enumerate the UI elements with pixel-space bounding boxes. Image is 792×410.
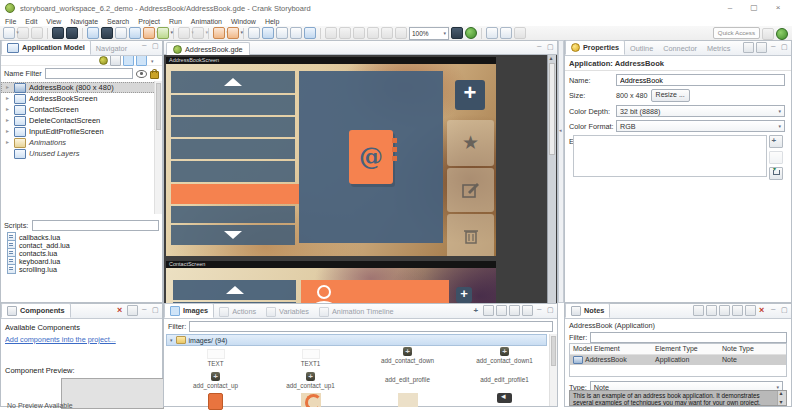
add-reference-button[interactable] xyxy=(769,135,783,148)
color-format-select[interactable]: RGB▾ xyxy=(616,120,785,132)
tree-item-addressbookscreen[interactable]: ▸ AddressBookScreen xyxy=(1,93,162,104)
col-model-element[interactable]: Model Element xyxy=(570,344,652,354)
zoom-level-select[interactable]: 100%▾ xyxy=(409,27,449,40)
list-row[interactable] xyxy=(171,161,295,182)
pan-icon[interactable] xyxy=(339,27,351,39)
image-item[interactable] xyxy=(360,393,455,407)
favorite-button[interactable] xyxy=(447,120,494,166)
menu-navigate[interactable]: Navigate xyxy=(70,18,98,25)
add-contact-button[interactable] xyxy=(455,80,485,110)
save-all-icon[interactable] xyxy=(31,27,43,39)
import-image-icon[interactable] xyxy=(483,305,494,316)
list-scroll-up-row[interactable] xyxy=(173,280,296,300)
tree-item-contactscreen[interactable]: ▸ ContactScreen xyxy=(1,104,162,115)
close-panel-icon[interactable] xyxy=(116,306,125,315)
menu-file[interactable]: File xyxy=(5,18,16,25)
list-row[interactable] xyxy=(171,95,295,115)
maximize-panel-icon[interactable] xyxy=(780,43,789,52)
perspective-icon[interactable] xyxy=(762,28,774,40)
device-portrait-icon[interactable] xyxy=(52,27,64,39)
tab-metrics[interactable]: Metrics xyxy=(702,42,736,55)
add-components-link[interactable]: Add components into the project... xyxy=(5,335,116,344)
menu-help[interactable]: Help xyxy=(265,18,279,25)
export-icon[interactable] xyxy=(276,27,288,39)
zoom-out-icon[interactable] xyxy=(395,27,407,39)
link-selection-icon[interactable] xyxy=(123,55,134,66)
addressbook-screen-design[interactable] xyxy=(166,64,496,256)
zoom-in-icon[interactable] xyxy=(381,27,393,39)
color-depth-select[interactable]: 32 bit (8888)▾ xyxy=(616,105,785,117)
list-row[interactable] xyxy=(171,139,295,159)
image-item[interactable]: TEXT1 xyxy=(263,349,358,367)
menu-animation[interactable]: Animation xyxy=(191,18,222,25)
name-filter-input[interactable] xyxy=(45,68,133,79)
col-note-type[interactable]: Note Type xyxy=(719,344,786,354)
notes-table-header[interactable]: Model Element Element Type Note Type xyxy=(570,344,786,355)
images-filter-input[interactable] xyxy=(189,321,553,332)
contact-header-bar[interactable] xyxy=(301,280,449,303)
film-icon[interactable] xyxy=(486,27,498,39)
list-scroll-down-row[interactable] xyxy=(171,225,295,245)
tab-components[interactable]: Components xyxy=(1,303,71,318)
minimize-panel-icon[interactable] xyxy=(140,42,149,51)
resize-button[interactable]: Resize ... xyxy=(651,89,690,102)
menu-window[interactable]: Window xyxy=(231,18,256,25)
new-layer-icon[interactable] xyxy=(101,27,113,39)
status-dot-icon[interactable] xyxy=(99,56,108,65)
record-icon[interactable] xyxy=(465,27,477,39)
copy-note-icon[interactable] xyxy=(719,305,730,316)
image-item[interactable]: add_edit_profile1 xyxy=(457,375,552,383)
view-menu-icon[interactable] xyxy=(149,56,158,65)
storyboard-perspective-icon[interactable] xyxy=(776,28,788,40)
sort-notes-icon[interactable] xyxy=(732,305,743,316)
contact-list[interactable] xyxy=(171,71,295,247)
add-button[interactable] xyxy=(456,287,472,303)
notes-filter-input[interactable] xyxy=(590,332,787,343)
menu-search[interactable]: Search xyxy=(107,18,129,25)
minimize-panel-icon[interactable] xyxy=(535,306,544,315)
new-file-icon[interactable] xyxy=(3,27,15,39)
sort-images-icon[interactable] xyxy=(509,305,520,316)
tab-connector[interactable]: Connector xyxy=(658,42,702,55)
editor-tab-addressbook[interactable]: AddressBook.gde xyxy=(166,42,250,56)
scripts-filter-input[interactable] xyxy=(32,220,159,231)
tab-notes[interactable]: Notes xyxy=(565,303,610,318)
list-scroll-up-row[interactable] xyxy=(171,71,295,93)
image-item[interactable]: add_contact_down xyxy=(360,347,455,364)
tree-item-animations[interactable]: ▸ Animations xyxy=(1,137,162,148)
quick-access-button[interactable]: Quick Access xyxy=(713,27,760,39)
image-item[interactable]: TEXT xyxy=(168,349,263,367)
image-item[interactable] xyxy=(168,393,263,410)
maximize-panel-icon[interactable] xyxy=(780,306,789,315)
images-scrollbar[interactable] xyxy=(549,334,557,406)
pin-editor-icon[interactable] xyxy=(743,42,754,53)
group-notes-icon[interactable] xyxy=(745,305,756,316)
col-element-type[interactable]: Element Type xyxy=(652,344,719,354)
distribute-icon[interactable] xyxy=(192,27,204,39)
run-config-icon[interactable] xyxy=(262,27,274,39)
maximize-button[interactable]: ▢ xyxy=(742,0,766,15)
image-item[interactable]: add_edit_profile xyxy=(360,375,455,383)
tab-actions[interactable]: Actions xyxy=(214,305,261,318)
edit-note-icon[interactable] xyxy=(706,305,717,316)
name-input[interactable] xyxy=(616,74,785,86)
tab-application-model[interactable]: Application Model xyxy=(1,40,91,55)
maximize-panel-icon[interactable] xyxy=(151,306,160,315)
menu-edit[interactable]: Edit xyxy=(25,18,37,25)
delete-note-icon[interactable] xyxy=(758,306,767,315)
filter-images-icon[interactable] xyxy=(496,305,507,316)
image-item[interactable]: add_contact_up1 xyxy=(263,372,358,389)
image-item[interactable] xyxy=(263,393,358,407)
simulate-icon[interactable] xyxy=(248,27,260,39)
edit-image-icon[interactable] xyxy=(522,305,533,316)
maximize-panel-icon[interactable] xyxy=(151,42,160,51)
tab-properties[interactable]: Properties xyxy=(565,40,625,55)
tab-outline[interactable]: Outline xyxy=(625,42,658,55)
tree-scrollbar[interactable] xyxy=(154,81,162,214)
new-control-icon[interactable] xyxy=(129,27,141,39)
sync-selection-icon[interactable] xyxy=(136,55,147,66)
package-icon[interactable] xyxy=(290,27,302,39)
image-item[interactable]: add_contact_up xyxy=(168,372,263,389)
note-scrollbar[interactable] xyxy=(777,391,786,405)
menu-run[interactable]: Run xyxy=(169,18,182,25)
